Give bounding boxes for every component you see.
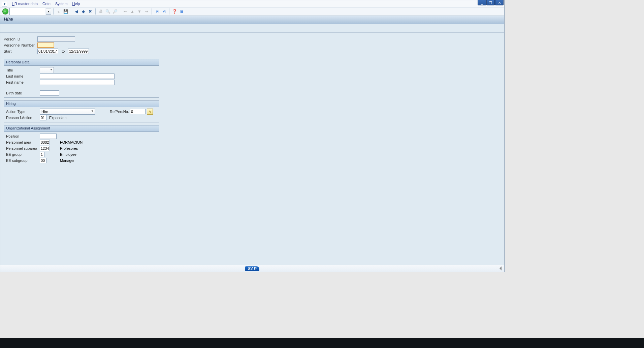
- personnel-number-label: Personnel Number: [4, 43, 37, 47]
- cancel-icon[interactable]: ✖: [87, 8, 93, 14]
- find-icon: 🔍: [105, 8, 111, 14]
- application-toolbar: [0, 24, 504, 33]
- refpersno-field[interactable]: [130, 109, 146, 114]
- title-select[interactable]: [40, 67, 54, 73]
- personal-data-legend: Personal Data: [4, 59, 159, 66]
- save-icon[interactable]: 💾: [63, 8, 69, 14]
- to-label: to: [62, 49, 65, 53]
- separator: [169, 8, 169, 14]
- menu-goto[interactable]: Goto: [42, 2, 51, 6]
- first-page-icon: ⇤: [122, 8, 128, 14]
- person-id-field[interactable]: [37, 36, 75, 42]
- personnel-subarea-label: Personnel subarea: [6, 146, 40, 150]
- ee-subgroup-label: EE subgroup: [6, 158, 40, 163]
- ee-group-text: Employee: [60, 152, 76, 156]
- menu-system[interactable]: System: [55, 2, 68, 6]
- content-area: Person ID Personnel Number Start to Pers…: [0, 33, 504, 171]
- layout-icon[interactable]: 🖥: [179, 8, 185, 14]
- shortcut-icon[interactable]: ⎗: [161, 8, 167, 14]
- action-type-value: Hire: [41, 110, 48, 114]
- personnel-area-code-field[interactable]: [40, 140, 50, 145]
- org-assignment-group: Organizational Assignment Position Perso…: [4, 125, 159, 165]
- sap-logo: SAP: [245, 266, 259, 271]
- refpersno-edit-button[interactable]: ✎: [147, 109, 153, 115]
- menu-help[interactable]: Help: [72, 2, 80, 6]
- personnel-area-label: Personnel area: [6, 140, 40, 144]
- new-session-icon[interactable]: ⎘: [154, 8, 160, 14]
- position-label: Position: [6, 134, 40, 138]
- next-page-icon: ▼: [136, 8, 142, 14]
- statusbar: SAP: [0, 265, 504, 272]
- command-dropdown[interactable]: ▾: [46, 8, 51, 15]
- header-fields: Person ID Personnel Number Start to: [4, 36, 501, 54]
- sap-window: ▾ HR master data Goto System Help _ ❐ ✕ …: [0, 0, 505, 272]
- title-label: Title: [6, 68, 40, 72]
- separator: [71, 8, 71, 14]
- reason-text: Expansion: [49, 116, 66, 120]
- enter-button[interactable]: ✓: [2, 8, 8, 14]
- person-id-label: Person ID: [4, 37, 37, 41]
- reason-action-label: Reason f.Action: [6, 116, 40, 120]
- start-label: Start: [4, 49, 37, 53]
- separator: [53, 8, 54, 14]
- personnel-area-text: FORMACION: [60, 140, 83, 144]
- first-name-label: First name: [6, 80, 40, 84]
- reason-code-field[interactable]: [40, 115, 46, 120]
- separator: [95, 8, 96, 14]
- last-page-icon: ⇥: [143, 8, 150, 14]
- personnel-number-field[interactable]: [37, 42, 54, 48]
- last-name-field[interactable]: [40, 74, 115, 79]
- ee-group-label: EE group: [6, 152, 40, 156]
- birth-date-field[interactable]: [40, 90, 59, 96]
- hiring-group: Hiring Action Type Hire RefPersNo. ✎ Rea…: [4, 100, 159, 122]
- status-expand-icon[interactable]: [500, 266, 502, 270]
- org-assignment-legend: Organizational Assignment: [4, 125, 159, 132]
- prev-page-icon: ▲: [129, 8, 135, 14]
- personnel-subarea-text: Profesores: [60, 146, 78, 150]
- command-field[interactable]: [9, 8, 45, 15]
- hiring-legend: Hiring: [4, 101, 159, 107]
- window-menu-icon[interactable]: ▾: [2, 1, 7, 6]
- refpersno-label: RefPersNo.: [110, 110, 130, 114]
- menu-hr-master-data[interactable]: HR master data: [12, 2, 38, 6]
- position-field[interactable]: [40, 134, 57, 139]
- help-icon[interactable]: ❓: [171, 8, 178, 14]
- back-icon[interactable]: ◀: [73, 8, 79, 14]
- ee-subgroup-code-field[interactable]: [40, 158, 46, 163]
- last-name-label: Last name: [6, 74, 40, 78]
- exit-icon[interactable]: ◆: [80, 8, 86, 14]
- maximize-button[interactable]: ❐: [486, 0, 495, 5]
- personal-data-group: Personal Data Title Last name First name…: [4, 59, 159, 98]
- page-title: Hire: [0, 16, 504, 24]
- os-taskbar: [0, 338, 644, 348]
- birth-date-label: Birth date: [6, 91, 40, 95]
- minimize-button[interactable]: _: [478, 0, 486, 5]
- first-name-field[interactable]: [40, 80, 115, 85]
- print-icon: 🖶: [98, 8, 104, 14]
- close-button[interactable]: ✕: [495, 0, 504, 5]
- ee-group-code-field[interactable]: [40, 152, 44, 157]
- action-type-label: Action Type: [6, 110, 40, 114]
- ee-subgroup-text: Manager: [60, 158, 74, 163]
- action-type-select[interactable]: Hire: [40, 109, 95, 115]
- personnel-subarea-code-field[interactable]: [40, 146, 50, 151]
- separator: [152, 8, 152, 14]
- start-date-field[interactable]: [37, 49, 58, 54]
- window-controls: _ ❐ ✕: [478, 0, 504, 5]
- system-toolbar: ✓ ▾ « 💾 ◀ ◆ ✖ 🖶 🔍 🔎 ⇤ ▲ ▼ ⇥ ⎘ ⎗ ❓ 🖥: [0, 7, 504, 16]
- find-next-icon: 🔎: [112, 8, 118, 14]
- separator: [120, 8, 120, 14]
- menubar: ▾ HR master data Goto System Help _ ❐ ✕: [0, 0, 504, 7]
- history-icon[interactable]: «: [56, 8, 62, 14]
- end-date-field[interactable]: [68, 49, 89, 54]
